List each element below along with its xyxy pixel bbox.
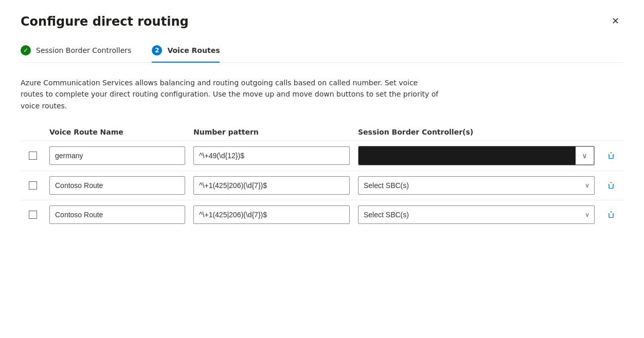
row-1-sbc-wrapper: ∨ [358,146,595,165]
configure-direct-routing-dialog: Configure direct routing ✕ ✓ Session Bor… [0,0,644,338]
row-2-sbc-select[interactable]: Select SBC(s) [358,176,595,195]
tab-number-badge: 2 [152,45,162,55]
delete-icon [607,181,615,190]
table-row: ∨ [21,140,623,171]
row-1-sbc-redacted [359,146,576,165]
row-1-delete-button[interactable] [605,149,617,162]
row-1-name-cell [45,146,189,165]
col-header-sbc: Session Border Controller(s) [354,128,599,136]
row-3-sbc-wrapper: Select SBC(s) ∨ [358,205,595,224]
row-1-sbc-chevron[interactable]: ∨ [576,146,594,165]
row-3-checkbox-cell [21,211,45,219]
tab-voice-routes[interactable]: 2 Voice Routes [152,45,220,63]
row-3-name-input[interactable] [49,205,185,224]
row-3-pattern-cell [189,205,354,224]
dialog-header: Configure direct routing ✕ [21,14,623,29]
row-3-name-cell [45,205,189,224]
tab-check-icon: ✓ [21,45,31,55]
row-2-checkbox[interactable] [29,181,37,190]
voice-routes-table: Voice Route Name Number pattern Session … [21,128,623,229]
row-1-sbc-cell: ∨ [354,146,599,165]
tab-bar: ✓ Session Border Controllers 2 Voice Rou… [21,45,623,63]
row-1-checkbox-cell [21,152,45,160]
row-3-sbc-select[interactable]: Select SBC(s) [358,205,595,224]
row-2-name-cell [45,176,189,195]
table-row: Select SBC(s) ∨ [21,171,623,200]
row-2-pattern-input[interactable] [193,176,350,195]
row-3-checkbox[interactable] [29,211,37,219]
description-text: Azure Communication Services allows bala… [21,77,442,111]
chevron-down-icon: ∨ [582,152,587,160]
delete-icon [607,211,615,219]
tab-session-border-controllers[interactable]: ✓ Session Border Controllers [21,45,131,63]
close-button[interactable]: ✕ [607,14,623,28]
tab-voice-routes-label: Voice Routes [167,46,220,54]
row-3-sbc-cell: Select SBC(s) ∨ [354,205,599,224]
row-1-actions-cell [599,149,623,162]
row-1-name-input[interactable] [49,146,185,165]
row-1-pattern-input[interactable] [193,146,350,165]
col-header-checkbox [21,128,45,136]
tab-session-border-controllers-label: Session Border Controllers [36,46,131,54]
col-header-actions [599,128,623,136]
row-1-checkbox[interactable] [29,152,37,160]
row-3-actions-cell [599,209,623,221]
row-2-sbc-wrapper: Select SBC(s) ∨ [358,176,595,195]
col-header-voice-route-name: Voice Route Name [45,128,189,136]
row-2-delete-button[interactable] [605,179,617,192]
row-2-checkbox-cell [21,181,45,190]
row-1-pattern-cell [189,146,354,165]
dialog-title: Configure direct routing [21,14,189,29]
row-3-delete-button[interactable] [605,209,617,221]
table-row: Select SBC(s) ∨ [21,200,623,229]
delete-icon [607,152,615,160]
row-3-pattern-input[interactable] [193,205,350,224]
row-2-pattern-cell [189,176,354,195]
table-header-row: Voice Route Name Number pattern Session … [21,128,623,140]
row-2-name-input[interactable] [49,176,185,195]
col-header-number-pattern: Number pattern [189,128,354,136]
row-2-sbc-cell: Select SBC(s) ∨ [354,176,599,195]
row-2-actions-cell [599,179,623,192]
